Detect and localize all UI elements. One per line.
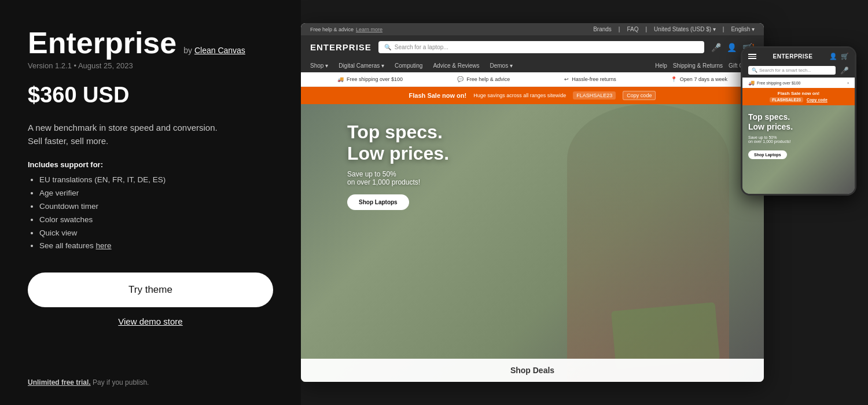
help-text: Free help & advice (466, 76, 510, 82)
search-icon: 🔍 (384, 44, 391, 50)
mobile-search-input[interactable]: 🔍 Search for a smart tech... (748, 66, 836, 75)
author-link[interactable]: Clean Canvas (194, 46, 245, 55)
flash-sale-sub: Huge savings across all ranges sitewide (473, 93, 566, 98)
mobile-shipping-text: Free shipping over $100 (757, 81, 801, 85)
mobile-truck-icon: 🚚 (748, 80, 755, 86)
return-text: Hassle-free returns (572, 76, 616, 82)
mobile-mic-icon[interactable]: 🎤 (840, 67, 849, 75)
mobile-copy-btn[interactable]: Copy code (807, 98, 827, 102)
truck-icon: 🚚 (337, 76, 344, 82)
search-placeholder: Search for a laptop... (395, 44, 448, 50)
feature-item: Age verifier (39, 188, 273, 199)
shipping-text: Free shipping over $100 (347, 76, 403, 82)
hero-title: Top specs. Low prices. (347, 122, 449, 164)
nav-cameras[interactable]: Digital Cameras ▾ (339, 62, 384, 69)
mobile-hero-subtitle: Save up to 50% on over 1,000 products! (748, 135, 849, 143)
mobile-flash-code: FLASHSALE23 (770, 97, 803, 102)
mobile-cart-icon[interactable]: 🛒 (841, 53, 849, 60)
mobile-top-bar: ENTERPRISE 👤 🛒 (742, 48, 855, 63)
hero-content: Top specs. Low prices. Save up to 50% on… (347, 122, 449, 210)
theme-title-row: Enterprise by Clean Canvas (28, 28, 273, 58)
store-search-bar[interactable]: 🔍 Search for a laptop... (378, 41, 704, 53)
left-panel: Enterprise by Clean Canvas Version 1.2.1… (0, 0, 301, 405)
feature-item: Countdown timer (39, 201, 273, 212)
account-icon[interactable]: 👤 (727, 43, 737, 52)
shop-deals-label: Shop Deals (510, 366, 554, 375)
mobile-nav-icons: 👤 🛒 (829, 53, 849, 60)
store-nav: ENTERPRISE 🔍 Search for a laptop... 🎤 👤 … (301, 35, 764, 59)
copy-code-button[interactable]: Copy code (623, 91, 656, 100)
location-icon: 📍 (671, 76, 677, 82)
top-bar-help-text: Free help & advice (310, 27, 354, 32)
feature-item: Color swatches (39, 215, 273, 226)
flash-sale-bar: Flash Sale now on! Huge savings across a… (301, 87, 764, 104)
browser-preview: Free help & advice Learn more Brands | F… (301, 23, 764, 382)
shipping-item-help: 💬 Free help & advice (457, 76, 510, 82)
top-bar-region[interactable]: United States (USD $) ▾ (654, 26, 716, 32)
nav-advice[interactable]: Advice & Reviews (433, 62, 479, 69)
mobile-chevron-right-icon: › (847, 80, 849, 86)
mobile-flash-bar: Flash Sale now on! FLASHSALE23 Copy code (742, 88, 855, 105)
features-link[interactable]: here (96, 241, 112, 250)
return-icon: ↩ (564, 76, 569, 82)
theme-title: Enterprise (28, 28, 176, 58)
top-bar-brands[interactable]: Brands (593, 26, 612, 32)
nav-demos[interactable]: Demos ▾ (490, 62, 512, 69)
shipping-item-hours: 📍 Open 7 days a week (671, 76, 727, 82)
mobile-search-bar: 🔍 Search for a smart tech... 🎤 (742, 63, 855, 78)
mobile-hero-title: Top specs. Low prices. (748, 112, 849, 132)
mobile-preview: ENTERPRISE 👤 🛒 🔍 Search for a smart tech… (741, 46, 856, 196)
trial-text: Unlimited free trial. Pay if you publish… (28, 378, 273, 386)
hours-text: Open 7 days a week (680, 76, 727, 82)
feature-item-link: See all features here (39, 241, 273, 252)
mobile-flash-code-row: FLASHSALE23 Copy code (748, 97, 849, 102)
nav-shop[interactable]: Shop ▾ (310, 62, 328, 69)
hero-subtitle: Save up to 50% on over 1,000 products! (347, 170, 449, 186)
right-panel: Free help & advice Learn more Brands | F… (301, 0, 868, 405)
mobile-search-placeholder: Search for a smart tech... (759, 68, 811, 73)
version-line: Version 1.2.1 • August 25, 2023 (28, 61, 273, 70)
nav-help[interactable]: Help (655, 62, 667, 69)
mobile-account-icon[interactable]: 👤 (829, 53, 837, 60)
author-line: by Clean Canvas (183, 46, 245, 55)
mobile-hero-cta-button[interactable]: Shop Laptops (748, 150, 787, 159)
flash-code: FLASHSALE23 (573, 91, 616, 100)
hero-bottom-strip: Shop Deals (301, 359, 764, 382)
mobile-menu-icon[interactable] (748, 54, 756, 59)
mobile-shipping-bar: 🚚 Free shipping over $100 › (742, 78, 855, 88)
includes-heading: Includes support for: (28, 160, 273, 169)
price-display: $360 USD (28, 83, 273, 108)
top-bar-language[interactable]: English ▾ (731, 26, 755, 32)
description: A new benchmark in store speed and conve… (28, 122, 273, 148)
top-bar-learn-more[interactable]: Learn more (356, 27, 382, 32)
hero-cta-button[interactable]: Shop Laptops (347, 194, 409, 210)
mic-icon[interactable]: 🎤 (711, 43, 721, 52)
store-secondary-nav: Shop ▾ Digital Cameras ▾ Computing Advic… (301, 59, 764, 72)
nav-shipping[interactable]: Shipping & Returns (673, 62, 723, 69)
help-icon: 💬 (457, 76, 464, 82)
mobile-hero: Top specs. Low prices. Save up to 50% on… (742, 105, 855, 194)
shipping-bar: 🚚 Free shipping over $100 💬 Free help & … (301, 72, 764, 87)
view-demo-button[interactable]: View demo store (28, 316, 273, 326)
shipping-item-returns: ↩ Hassle-free returns (564, 76, 616, 82)
mobile-flash-text: Flash Sale now on! (748, 91, 849, 96)
feature-item: EU translations (EN, FR, IT, DE, ES) (39, 175, 273, 186)
hero-section: Top specs. Low prices. Save up to 50% on… (301, 104, 764, 382)
store-logo: ENTERPRISE (310, 42, 372, 52)
shipping-item-free: 🚚 Free shipping over $100 (337, 76, 403, 82)
mobile-search-icon: 🔍 (752, 68, 757, 73)
store-top-bar: Free help & advice Learn more Brands | F… (301, 23, 764, 35)
nav-computing[interactable]: Computing (395, 62, 422, 69)
features-list: EU translations (EN, FR, IT, DE, ES) Age… (28, 175, 273, 254)
feature-item: Quick view (39, 228, 273, 239)
try-theme-button[interactable]: Try theme (28, 273, 273, 307)
flash-sale-label: Flash Sale now on! (409, 92, 467, 99)
top-bar-faq[interactable]: FAQ (627, 26, 638, 32)
mobile-logo: ENTERPRISE (773, 53, 813, 60)
